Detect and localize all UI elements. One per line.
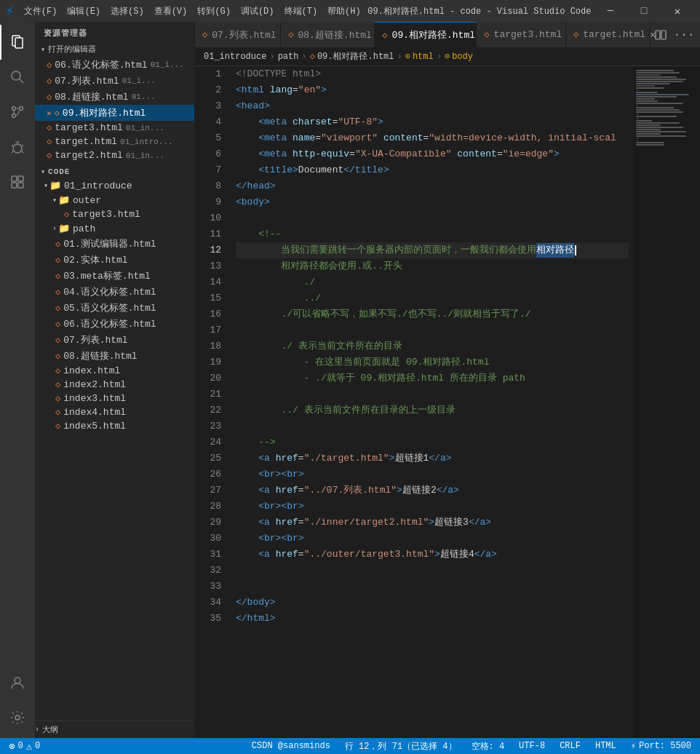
tab-file-icon-t3: ◇ xyxy=(484,29,489,40)
file-icon-target: ◇ xyxy=(47,136,52,147)
file-index2[interactable]: ◇ index2.html xyxy=(35,378,194,392)
open-editor-target3[interactable]: ◇ target3.html 01_in... xyxy=(35,121,194,135)
code-line-5: <meta name="viewport" content="width=dev… xyxy=(236,130,629,146)
more-actions-button[interactable]: ··· xyxy=(674,25,694,45)
menu-goto[interactable]: 转到(G) xyxy=(193,4,235,19)
outline-section[interactable]: › 大纲 xyxy=(35,721,194,738)
menu-bar[interactable]: 文件(F) 编辑(E) 选择(S) 查看(V) 转到(G) 调试(D) 终端(T… xyxy=(20,4,365,19)
file-index2-name: index2.html xyxy=(63,379,126,390)
file-06-semantic[interactable]: ◇ 06.语义化标签.html xyxy=(35,316,194,332)
line-num-1: 1 xyxy=(210,66,221,82)
menu-debug[interactable]: 调试(D) xyxy=(236,4,279,19)
file-01-test-name: 01.测试编辑器.html xyxy=(63,237,156,250)
file-04-semantic[interactable]: ◇ 04.语义化标签.html xyxy=(35,284,194,300)
open-editors-section[interactable]: ▾ 打开的编辑器 xyxy=(35,41,194,57)
activity-settings[interactable] xyxy=(0,703,35,738)
file-02-entity[interactable]: ◇ 02.实体.html xyxy=(35,252,194,268)
breadcrumb-path[interactable]: path xyxy=(278,52,299,62)
tab-target3[interactable]: ◇ target3.html ✕ xyxy=(477,22,566,47)
close-icon-active[interactable]: ✕ xyxy=(47,108,52,118)
code-content[interactable]: <!DOCTYPE html> <html lang="en"> <head> … xyxy=(230,66,635,738)
breadcrumb-body[interactable]: ⊙body xyxy=(445,51,473,62)
maximize-button[interactable]: □ xyxy=(627,0,661,22)
app-body: 资源管理器 ▾ 打开的编辑器 ◇ 06.语义化标签.html 01_i... ◇… xyxy=(0,22,700,738)
status-position[interactable]: 行 12，列 71（已选择 4） xyxy=(342,738,460,754)
watermark-text: CSDN @sansminds xyxy=(252,741,330,751)
svg-rect-11 xyxy=(18,183,23,188)
minimap-content xyxy=(635,66,700,149)
breadcrumb-html[interactable]: ⊙html xyxy=(405,51,434,62)
file-08-link[interactable]: ◇ 08.超链接.html xyxy=(35,348,194,364)
minimap[interactable] xyxy=(635,66,700,738)
activity-source-control[interactable] xyxy=(0,95,35,130)
activity-search[interactable] xyxy=(0,60,35,95)
file-08-link-name: 08.超链接.html xyxy=(63,349,137,362)
code-line-24: --> xyxy=(236,434,629,451)
minimap-line-14 xyxy=(636,98,655,100)
tab-07-list[interactable]: ◇ 07.列表.html ✕ xyxy=(195,22,281,47)
folder-01-introduce[interactable]: ▾ 📁 01_introduce xyxy=(35,178,194,193)
folder-outer[interactable]: ▾ 📁 outer xyxy=(35,193,194,207)
menu-view[interactable]: 查看(V) xyxy=(150,4,192,19)
menu-help[interactable]: 帮助(H) xyxy=(323,4,365,19)
close-button[interactable]: ✕ xyxy=(661,0,694,22)
open-editor-target2[interactable]: ◇ target2.html 01_in... xyxy=(35,148,194,162)
breadcrumb: 01_introduce › path › ◇09.相对路径.html › ⊙h… xyxy=(195,47,700,66)
minimap-line-29 xyxy=(636,131,686,132)
open-editor-09[interactable]: ✕ ◇ 09.相对路径.html xyxy=(35,105,194,121)
tab-08-link[interactable]: ◇ 08.超链接.html ✕ xyxy=(281,22,375,47)
menu-edit[interactable]: 编辑(E) xyxy=(63,4,105,19)
activity-debug[interactable] xyxy=(0,130,35,164)
svg-rect-10 xyxy=(12,183,17,188)
file-target3-outer[interactable]: ◇ target3.html xyxy=(35,207,194,221)
breadcrumb-introduce[interactable]: 01_introduce xyxy=(204,52,266,62)
file-index4[interactable]: ◇ index4.html xyxy=(35,405,194,419)
open-editor-06-path: 01_i... xyxy=(151,60,184,69)
svg-point-6 xyxy=(12,114,16,118)
open-editor-08-name: 08.超链接.html xyxy=(55,90,128,103)
minimize-button[interactable]: ─ xyxy=(594,0,627,22)
outline-label: 大纲 xyxy=(42,724,58,735)
activity-extensions[interactable] xyxy=(0,164,35,199)
code-section[interactable]: ▾ CODE xyxy=(35,165,194,178)
tab-09-relpath[interactable]: ◇ 09.相对路径.html ✕ xyxy=(375,22,477,47)
folder-path[interactable]: › 📁 path xyxy=(35,221,194,236)
activity-explorer[interactable] xyxy=(0,25,35,60)
file-05-semantic[interactable]: ◇ 05.语义化标签.html xyxy=(35,300,194,316)
svg-point-7 xyxy=(13,144,22,153)
status-errors[interactable]: ⊗ 0 ⚠ 0 xyxy=(6,738,43,754)
status-port[interactable]: ⚡ Port: 5500 xyxy=(628,738,694,754)
open-editor-07[interactable]: ◇ 07.列表.html 01_i... xyxy=(35,73,194,89)
menu-select[interactable]: 选择(S) xyxy=(106,4,148,19)
status-spaces[interactable]: 空格: 4 xyxy=(469,738,508,754)
activity-accounts[interactable] xyxy=(0,668,35,703)
split-icon xyxy=(655,29,667,41)
minimap-line-4 xyxy=(636,76,677,78)
line-num-32: 32 xyxy=(210,563,221,579)
open-editor-06[interactable]: ◇ 06.语义化标签.html 01_i... xyxy=(35,57,194,73)
file-03-meta[interactable]: ◇ 03.meta标签.html xyxy=(35,268,194,284)
minimap-line-23 xyxy=(636,118,639,119)
code-editor[interactable]: 1 2 3 4 5 6 7 8 9 10 11 12 13 14 15 16 1… xyxy=(195,66,700,738)
menu-terminal[interactable]: 终端(T) xyxy=(280,4,322,19)
breadcrumb-file[interactable]: ◇09.相对路径.html xyxy=(310,50,394,63)
file-07-list[interactable]: ◇ 07.列表.html xyxy=(35,332,194,348)
status-line-ending[interactable]: CRLF xyxy=(557,738,584,754)
file-index3[interactable]: ◇ index3.html xyxy=(35,392,194,405)
open-editor-target[interactable]: ◇ target.html 01_intro... xyxy=(35,135,194,148)
folder-path-icon: 📁 xyxy=(58,223,70,234)
line-num-35: 35 xyxy=(210,611,221,627)
window-controls[interactable]: ─ □ ✕ xyxy=(594,0,694,22)
minimap-line-12 xyxy=(636,94,689,95)
status-language[interactable]: HTML xyxy=(592,738,619,754)
menu-file[interactable]: 文件(F) xyxy=(20,4,62,19)
cursor xyxy=(575,245,576,255)
file-01-test[interactable]: ◇ 01.测试编辑器.html xyxy=(35,236,194,252)
file-index[interactable]: ◇ index.html xyxy=(35,364,194,378)
status-encoding[interactable]: UTF-8 xyxy=(516,738,548,754)
tab-target[interactable]: ◇ target.html ✕ xyxy=(566,22,651,47)
open-editor-08[interactable]: ◇ 08.超链接.html 01... xyxy=(35,89,194,105)
code-line-21 xyxy=(236,386,629,402)
file-index5[interactable]: ◇ index5.html xyxy=(35,419,194,433)
split-editor-button[interactable] xyxy=(651,25,671,45)
